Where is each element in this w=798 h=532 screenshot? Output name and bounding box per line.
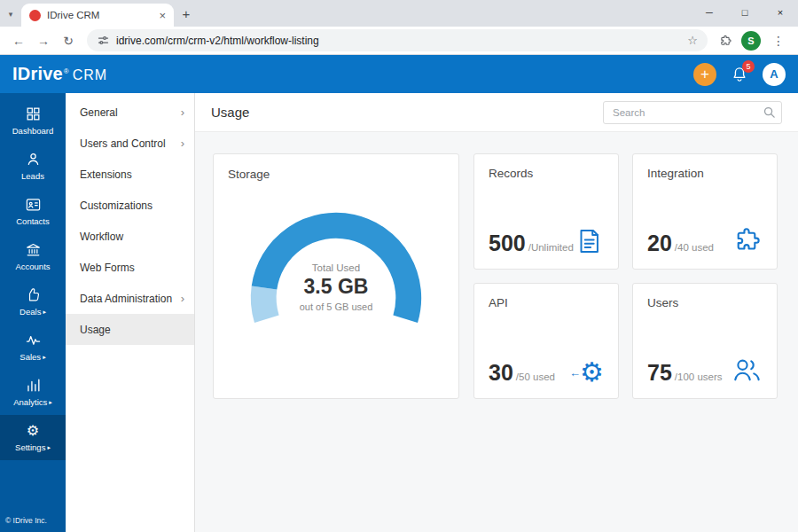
notifications-button[interactable]: 5: [731, 66, 748, 83]
sidebar-item-analytics[interactable]: Analytics▸: [0, 370, 66, 415]
app-header: IDrive ® CRM + 5 A: [0, 55, 798, 93]
copyright-text: © IDrive Inc.: [0, 511, 66, 532]
tab-close-icon[interactable]: ×: [159, 10, 166, 21]
new-tab-button[interactable]: +: [174, 6, 199, 27]
api-limit: /50 used: [516, 372, 555, 382]
bookmark-star-icon[interactable]: ☆: [687, 34, 698, 47]
sidebar-item-deals[interactable]: Deals▸: [0, 279, 66, 325]
records-value: 500: [489, 231, 526, 256]
window-close-button[interactable]: ×: [763, 0, 798, 25]
bank-icon: [25, 241, 42, 258]
sidebar-item-sales[interactable]: Sales▸: [0, 325, 66, 370]
gear-icon: ⚙: [27, 422, 39, 439]
settings-menu-workflow[interactable]: Workflow: [66, 221, 194, 252]
gauge-label: Total Used: [234, 262, 438, 273]
integration-card: Integration 20 /40 used: [632, 153, 778, 270]
page-title: Usage: [211, 105, 249, 120]
chevron-right-icon: ›: [181, 292, 184, 305]
notification-badge: 5: [742, 60, 755, 73]
users-icon: [731, 354, 763, 386]
gear-icon: ⚙: [580, 359, 604, 386]
menu-item-label: Extensions: [80, 168, 132, 181]
tab-title: IDrive CRM: [47, 10, 153, 20]
address-bar[interactable]: idrive.com/crm/crm-v2/html/workflow-list…: [87, 29, 708, 51]
tab-search-icon[interactable]: ▾: [0, 10, 21, 27]
settings-menu-usage[interactable]: Usage: [66, 314, 194, 345]
expand-arrow-icon: ▸: [47, 444, 51, 451]
browser-menu-icon[interactable]: ⋮: [766, 34, 791, 48]
api-value: 30: [489, 360, 513, 386]
plus-icon: +: [700, 66, 709, 83]
settings-menu-extensions[interactable]: Extensions: [66, 159, 194, 190]
logo-text: IDrive: [12, 64, 63, 84]
expand-arrow-icon: ▸: [49, 399, 52, 406]
logo-subtext: CRM: [73, 67, 107, 83]
settings-menu-data-administration[interactable]: Data Administration ›: [66, 283, 194, 314]
sidebar-label: Dashboard: [12, 126, 53, 136]
settings-menu-web-forms[interactable]: Web Forms: [66, 252, 194, 283]
window-maximize-button[interactable]: □: [727, 0, 763, 25]
bar-chart-icon: [25, 377, 42, 394]
settings-menu: General › Users and Control › Extensions…: [66, 93, 195, 532]
menu-item-label: General: [80, 106, 118, 119]
settings-menu-customizations[interactable]: Customizations: [66, 190, 194, 221]
menu-item-label: Web Forms: [80, 262, 135, 274]
records-card: Records 500 /Unlimited: [473, 153, 619, 270]
browser-window: ▾ IDrive CRM × + ─ □ × ← → ↻ idrive.com/…: [0, 0, 798, 532]
browser-profile-avatar[interactable]: S: [741, 31, 761, 51]
storage-card: Storage Total Used 3.5 GB out of 5 GB us…: [213, 153, 459, 399]
card-title: Users: [647, 296, 763, 309]
browser-toolbar: ← → ↻ idrive.com/crm/crm-v2/html/workflo…: [0, 27, 798, 55]
users-card: Users 75 /100 users: [632, 283, 778, 399]
main-content: Usage Storage: [195, 93, 798, 532]
extensions-icon[interactable]: [715, 34, 736, 48]
sidebar-item-leads[interactable]: Leads: [0, 144, 66, 189]
gauge-text: Total Used 3.5 GB out of 5 GB used: [234, 262, 438, 312]
menu-item-label: Usage: [80, 324, 111, 336]
contact-card-icon: [25, 196, 42, 213]
api-card: API 30 /50 used ← ⚙: [473, 283, 619, 399]
settings-menu-users-and-control[interactable]: Users and Control ›: [66, 128, 194, 159]
records-limit: /Unlimited: [528, 242, 574, 253]
browser-tab[interactable]: IDrive CRM ×: [21, 4, 174, 27]
reload-button[interactable]: ↻: [57, 29, 80, 52]
window-minimize-button[interactable]: ─: [692, 0, 727, 25]
storage-gauge: Total Used 3.5 GB out of 5 GB used: [234, 206, 438, 340]
gauge-caption: out of 5 GB used: [234, 301, 438, 312]
menu-item-label: Customizations: [80, 200, 153, 212]
users-limit: /100 users: [675, 372, 723, 382]
integration-limit: /40 used: [675, 242, 714, 253]
search-input[interactable]: [603, 101, 782, 124]
usage-cards: Storage Total Used 3.5 GB out of 5 GB us…: [195, 132, 798, 420]
sidebar-item-dashboard[interactable]: Dashboard: [0, 98, 66, 144]
menu-item-label: Data Administration: [80, 293, 172, 305]
idrive-crm-logo[interactable]: IDrive ® CRM: [12, 64, 107, 84]
quick-add-button[interactable]: +: [693, 63, 716, 86]
forward-button[interactable]: →: [32, 29, 55, 52]
sidebar-label: Analytics: [13, 397, 47, 407]
person-icon: [25, 151, 42, 168]
url-text: idrive.com/crm/crm-v2/html/workflow-list…: [116, 35, 681, 47]
back-button[interactable]: ←: [7, 29, 30, 52]
site-settings-icon[interactable]: [97, 34, 110, 47]
expand-arrow-icon: ▸: [43, 309, 46, 316]
sidebar-item-accounts[interactable]: Accounts: [0, 234, 66, 279]
stat-cards-grid: Records 500 /Unlimited: [473, 153, 778, 399]
dashboard-icon: [25, 106, 42, 122]
gauge-value: 3.5 GB: [234, 275, 438, 299]
user-avatar[interactable]: A: [763, 63, 786, 86]
sidebar-item-contacts[interactable]: Contacts: [0, 189, 66, 234]
document-icon: [574, 226, 604, 256]
sidebar-item-settings[interactable]: ⚙ Settings▸: [0, 415, 66, 460]
sidebar-label: Deals: [20, 307, 41, 317]
settings-menu-general[interactable]: General ›: [66, 97, 194, 128]
card-title: Integration: [647, 167, 763, 180]
site-favicon-icon: [29, 10, 41, 21]
sidebar-label: Leads: [21, 171, 44, 181]
pulse-icon: [25, 332, 42, 348]
search-box: [603, 101, 782, 124]
search-icon[interactable]: [763, 106, 776, 119]
sidebar-label: Contacts: [16, 216, 50, 226]
chevron-right-icon: ›: [181, 106, 184, 119]
puzzle-icon: [731, 224, 763, 256]
